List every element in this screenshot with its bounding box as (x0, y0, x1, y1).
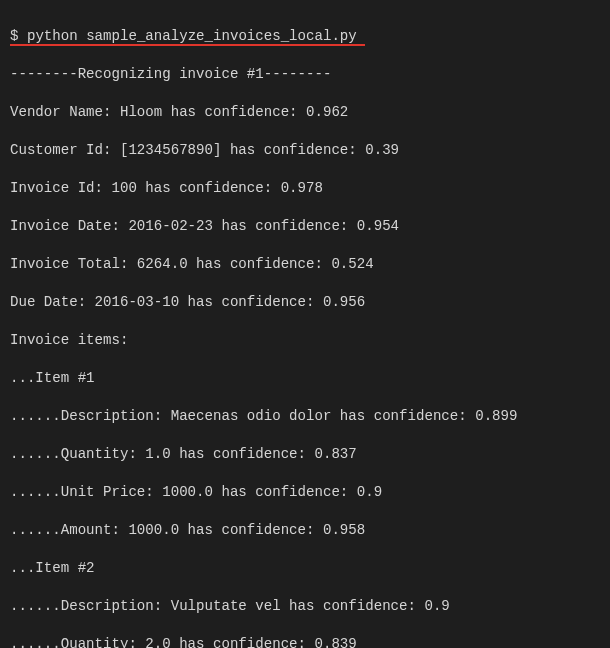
terminal-output: $ python sample_analyze_invoices_local.p… (0, 0, 610, 648)
command-line: $ python sample_analyze_invoices_local.p… (10, 27, 600, 46)
output-field: Vendor Name: Hloom has confidence: 0.962 (10, 103, 600, 122)
output-header: --------Recognizing invoice #1-------- (10, 65, 600, 84)
item-line: ......Unit Price: 1000.0 has confidence:… (10, 483, 600, 502)
command-text: python sample_analyze_invoices_local.py (27, 28, 357, 44)
item-title: ...Item #2 (10, 559, 600, 578)
output-field: Invoice Id: 100 has confidence: 0.978 (10, 179, 600, 198)
output-field: Due Date: 2016-03-10 has confidence: 0.9… (10, 293, 600, 312)
output-field: Invoice Date: 2016-02-23 has confidence:… (10, 217, 600, 236)
prompt-symbol: $ (10, 28, 18, 44)
item-line: ......Quantity: 1.0 has confidence: 0.83… (10, 445, 600, 464)
output-field: Invoice Total: 6264.0 has confidence: 0.… (10, 255, 600, 274)
item-title: ...Item #1 (10, 369, 600, 388)
item-line: ......Quantity: 2.0 has confidence: 0.83… (10, 635, 600, 648)
items-label: Invoice items: (10, 331, 600, 350)
item-line: ......Amount: 1000.0 has confidence: 0.9… (10, 521, 600, 540)
item-line: ......Description: Maecenas odio dolor h… (10, 407, 600, 426)
item-line: ......Description: Vulputate vel has con… (10, 597, 600, 616)
output-field: Customer Id: [1234567890] has confidence… (10, 141, 600, 160)
